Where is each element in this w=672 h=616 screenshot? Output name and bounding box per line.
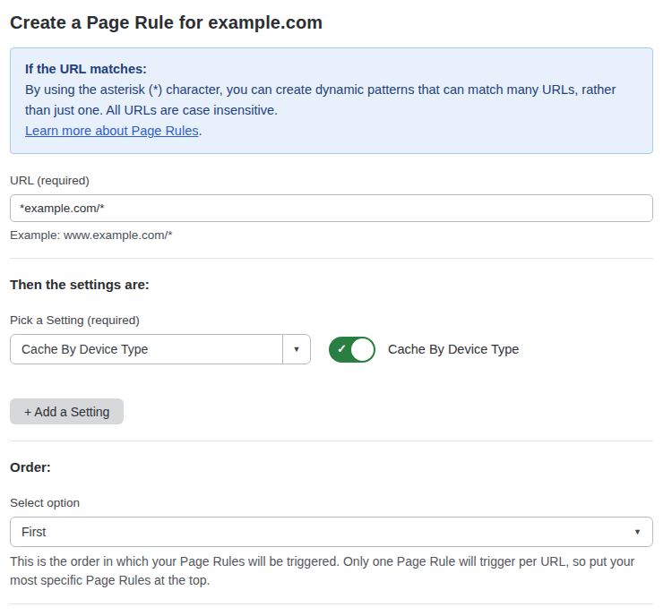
info-banner-link-line: Learn more about Page Rules.: [25, 121, 638, 141]
order-helper-text: This is the order in which your Page Rul…: [10, 552, 653, 590]
settings-section-heading: Then the settings are:: [10, 277, 653, 292]
learn-more-link[interactable]: Learn more about Page Rules: [25, 124, 198, 138]
url-match-info-banner: If the URL matches: By using the asteris…: [10, 47, 653, 154]
setting-row: Cache By Device Type ▼ ✓ Cache By Device…: [10, 334, 653, 364]
create-page-rule-form: Create a Page Rule for example.com If th…: [0, 0, 672, 616]
add-setting-button[interactable]: + Add a Setting: [10, 398, 124, 424]
toggle-knob: [351, 338, 374, 361]
info-banner-body: By using the asterisk (*) character, you…: [25, 80, 638, 121]
toggle-label: Cache By Device Type: [388, 342, 519, 356]
order-section-heading: Order:: [10, 459, 653, 475]
link-suffix: .: [198, 124, 202, 138]
divider: [10, 441, 653, 441]
setting-select-arrow-button[interactable]: ▼: [282, 335, 310, 364]
divider: [10, 258, 653, 259]
order-select-arrow: ▼: [633, 518, 652, 546]
cache-by-device-type-toggle[interactable]: ✓: [329, 337, 375, 363]
url-field-helper: Example: www.example.com/*: [10, 228, 653, 242]
order-select-label: Select option: [10, 496, 653, 509]
setting-select-value: Cache By Device Type: [11, 335, 282, 364]
info-banner-heading: If the URL matches:: [25, 59, 638, 80]
page-title: Create a Page Rule for example.com: [10, 13, 653, 33]
order-select[interactable]: First ▼: [10, 517, 653, 547]
setting-select[interactable]: Cache By Device Type ▼: [10, 334, 311, 364]
url-field-label: URL (required): [10, 174, 653, 187]
divider: [10, 603, 653, 604]
setting-picker-label: Pick a Setting (required): [10, 313, 653, 327]
url-input[interactable]: [10, 194, 653, 222]
chevron-down-icon: ▼: [293, 346, 301, 354]
check-icon: ✓: [337, 342, 347, 355]
chevron-down-icon: ▼: [633, 528, 642, 536]
order-select-value: First: [11, 518, 633, 546]
